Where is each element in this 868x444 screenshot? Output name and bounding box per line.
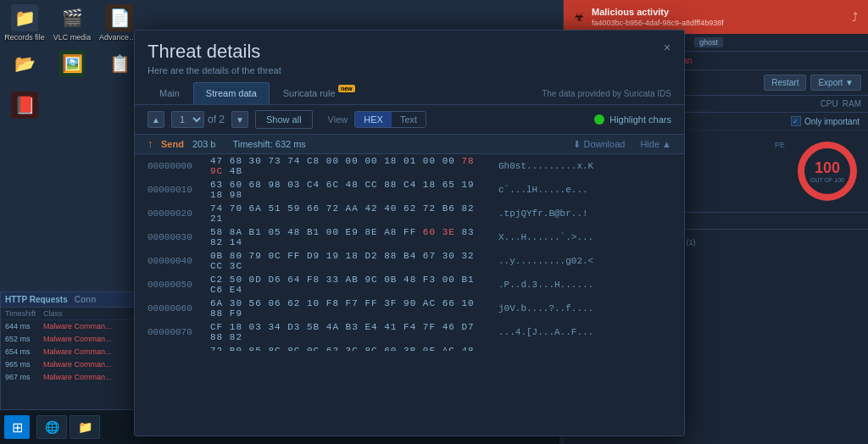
threat-score-container: 100 OUT OF 100 [793,135,861,208]
http-row[interactable]: 965 ms Malware Comman... [1,358,139,371]
cpu-ram-labels: CPU RAM [821,96,861,112]
cpu-label: CPU [821,99,838,108]
close-button[interactable]: × [659,39,676,56]
dialog-header: Threat details Here are the details of t… [135,31,684,82]
score-number: 100 [815,159,840,177]
page-of: of 2 [208,114,225,125]
highlight-toggle[interactable]: Highlight chars [594,114,671,125]
view-label: View [328,114,348,125]
taskbar-icon[interactable]: 📁 [70,415,100,439]
hex-row: 00000070 CF 18 03 34 D3 5B 4A B3 E4 41 F… [135,320,684,344]
threat-score-circle: 100 OUT OF 100 [798,142,857,201]
desktop-icon-label: Records file [4,33,45,42]
hex-view-button[interactable]: HEX [355,112,392,127]
taskbar-icon[interactable]: 🌐 [36,415,67,439]
text-view-button[interactable]: Text [392,112,426,127]
hex-row: 00000030 58 8A B1 05 48 B1 00 E9 8E A8 F… [135,225,684,249]
alert-label: Malicious activity [592,7,724,17]
http-panel-columns: Timeshift Class [1,308,139,320]
http-row[interactable]: 644 ms Malware Comman... [1,320,139,333]
hex-row: 00000060 6A 30 56 06 62 10 F8 F7 FF 3F 9… [135,297,684,320]
page-indicator: 1 2 of 2 [171,111,225,128]
desktop-icon-img[interactable]: 🖼️ [52,50,92,79]
send-size: 203 b [192,139,216,149]
restart-button[interactable]: Restart [764,75,806,91]
dialog-tabs: Main Stream data Suricata rule new The d… [135,82,684,105]
send-hide-button[interactable]: Hide ▲ [640,139,671,149]
hex-row: 00000010 63 60 68 98 03 C4 6C 48 CC 88 C… [135,178,684,202]
tab-suricata-rule[interactable]: Suricata rule new [271,83,357,103]
hex-row: 00000040 0B 80 79 0C FF D9 19 18 D2 88 B… [135,249,684,273]
prev-page-button[interactable]: ▲ [147,111,164,128]
ram-label: RAM [843,99,861,108]
http-panel-title: HTTP Requests [5,295,68,304]
start-button[interactable]: ⊞ [4,415,30,439]
http-panel-header: HTTP Requests Conn [1,292,139,308]
http-row[interactable]: 652 ms Malware Comman... [1,333,139,346]
desktop-icon-label: VLC media [52,33,92,42]
tab-stream-data[interactable]: Stream data [193,82,270,104]
dialog-title: Threat details [147,41,671,63]
col-timeshift: Timeshift [5,309,43,318]
col-class: Class [43,309,135,318]
send-arrow-icon: ↑ [147,138,153,150]
new-badge: new [338,85,355,92]
export-button[interactable]: Export ▼ [810,75,861,91]
only-important-toggle[interactable]: ✓ Only important [791,116,860,126]
http-panel-conn: Conn [75,295,97,304]
malicious-icon: ☣ [574,10,585,24]
threat-dialog: Threat details Here are the details of t… [134,30,685,436]
only-important-checkbox[interactable]: ✓ [791,116,801,126]
view-toggle: HEX Text [354,111,426,128]
send-section: ↑ Send 203 b Timeshift: 632 ms ⬇ Downloa… [135,135,684,351]
malicious-header: ☣ Malicious activity fa4003bc-b956-4daf-… [564,0,868,34]
page-select[interactable]: 1 2 [171,111,204,128]
desktop-icon-folder[interactable]: 📂 [4,50,45,79]
hex-container: ↑ Send 203 b Timeshift: 632 ms ⬇ Downloa… [135,135,684,351]
score-out-label: OUT OF 100 [810,177,844,183]
desktop-icon-records[interactable]: 📁 Records file [4,4,45,42]
file-type: PE [775,141,785,149]
desktop-icon-vlc[interactable]: 🎬 VLC media [52,4,92,42]
file-hash: fa4003bc-b956-4daf-98c9-a8dfff4b938f [592,19,724,27]
only-important-label: Only important [804,117,860,126]
highlight-dot [594,114,604,125]
threat-score-inner: 100 OUT OF 100 [804,148,850,194]
tab-main[interactable]: Main [147,83,192,103]
hex-row: 00000020 74 70 6A 51 59 66 72 AA 42 40 6… [135,202,684,225]
desktop-icon-pdf[interactable]: 📕 [4,92,45,120]
provider-info: The data provided by Suricata IDS [542,89,671,98]
highlight-label: Highlight chars [609,114,671,125]
send-timeshift: Timeshift: 632 ms [232,139,305,149]
send-download-button[interactable]: ⬇ Download [573,139,625,150]
http-row[interactable]: 654 ms Malware Comman... [1,346,139,358]
hex-row: 00000000 47 68 30 73 74 C8 00 00 00 18 0… [135,154,684,178]
next-page-button[interactable]: ▼ [231,111,248,128]
send-header: ↑ Send 203 b Timeshift: 632 ms ⬇ Downloa… [135,135,684,154]
hex-row: 00000080 72 B0 85 8C 8C 0C 62 3C 8C 60 3… [135,344,684,351]
http-row[interactable]: 967 ms Malware Comman... [1,371,139,384]
dialog-subtitle: Here are the details of the threat [147,65,671,75]
http-requests-panel: HTTP Requests Conn Timeshift Class 644 m… [0,291,140,410]
hex-row: 00000050 C2 50 0D D6 64 F8 33 AB 9C 0B 4… [135,273,684,297]
send-label: Send [161,139,184,149]
send-hex-table: 00000000 47 68 30 73 74 C8 00 00 00 18 0… [135,154,684,351]
stream-toolbar: ▲ 1 2 of 2 ▼ Show all View HEX Text High… [135,105,684,135]
show-all-button[interactable]: Show all [255,110,313,129]
ghost-badge: ghost [694,37,723,47]
share-icon[interactable]: ⤴ [852,10,858,24]
